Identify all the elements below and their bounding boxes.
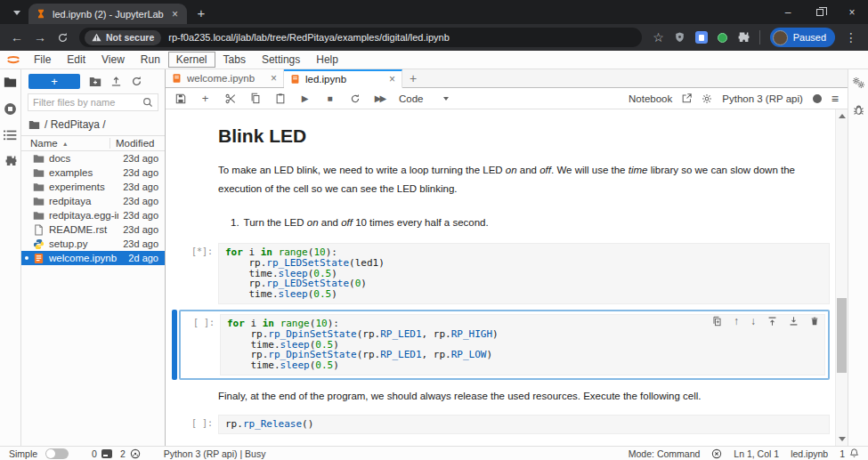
green-extension-icon[interactable]: [718, 33, 727, 43]
minimize-button[interactable]: –: [772, 0, 804, 24]
code-editor[interactable]: rp.rp_Release(): [218, 415, 830, 434]
property-inspector-icon[interactable]: [852, 77, 865, 89]
menu-run[interactable]: Run: [133, 52, 168, 68]
code-cell-running[interactable]: [*]: for i in range(10): rp.rp_LEDSetSta…: [172, 243, 830, 304]
browser-menu-kebab-icon[interactable]: ⋮: [845, 30, 857, 44]
cell-type-dropdown[interactable]: Code: [399, 93, 449, 104]
move-cell-down-icon[interactable]: ↓: [750, 315, 756, 327]
address-bar[interactable]: Not secure rp-f0a235.local/jlab/lab/tree…: [79, 28, 642, 47]
tab-led-ipynb[interactable]: led.ipynb ×: [284, 69, 402, 88]
insert-cell-above-icon[interactable]: [767, 316, 777, 327]
filter-files-input[interactable]: [33, 97, 139, 108]
kernel-busy-indicator[interactable]: [813, 94, 822, 103]
tab-welcome-ipynb[interactable]: welcome.ipynb ×: [166, 69, 284, 87]
menu-edit[interactable]: Edit: [59, 52, 93, 68]
back-icon[interactable]: ←: [11, 30, 23, 44]
file-row[interactable]: experiments 23d ago: [21, 180, 165, 194]
collapsed-output-dots[interactable]: •••: [172, 440, 830, 446]
restart-kernel-icon[interactable]: [349, 93, 361, 104]
file-row[interactable]: examples 23d ago: [21, 165, 165, 180]
extension-manager-icon[interactable]: [4, 155, 17, 167]
shield-extension-icon[interactable]: [674, 31, 685, 44]
menu-view[interactable]: View: [93, 52, 133, 68]
extensions-puzzle-icon[interactable]: [737, 31, 750, 44]
interrupt-kernel-icon[interactable]: ■: [324, 94, 336, 103]
kernels-count-group[interactable]: 2: [120, 448, 141, 459]
add-cell-icon[interactable]: +: [199, 92, 211, 105]
close-window-button[interactable]: ×: [836, 0, 868, 24]
vertical-scrollbar[interactable]: [835, 109, 848, 446]
menu-help[interactable]: Help: [308, 52, 346, 68]
profile-paused-button[interactable]: Paused: [770, 28, 835, 47]
debugger-bug-icon[interactable]: [853, 103, 864, 116]
breadcrumb[interactable]: / RedPitaya /: [21, 116, 165, 135]
kernel-status-icon[interactable]: [711, 448, 722, 459]
password-extension-icon[interactable]: [695, 31, 708, 44]
scroll-up-arrow[interactable]: [839, 114, 846, 118]
run-cell-icon[interactable]: ▶: [299, 94, 311, 103]
new-folder-icon[interactable]: [89, 77, 101, 87]
refresh-icon[interactable]: [57, 32, 69, 44]
notebook-tabbar: welcome.ipynb × led.ipynb × +: [166, 69, 848, 88]
file-browser-icon[interactable]: [4, 77, 17, 88]
kernel-name[interactable]: Python 3 (RP api): [722, 93, 803, 104]
cell-collapser[interactable]: [172, 310, 177, 380]
menu-settings[interactable]: Settings: [254, 52, 308, 68]
menu-file[interactable]: File: [26, 52, 59, 68]
modified-column-header[interactable]: Modified: [110, 138, 158, 149]
menu-tabs[interactable]: Tabs: [215, 52, 254, 68]
hamburger-menu-icon[interactable]: ≡: [831, 92, 839, 106]
external-link-icon[interactable]: [682, 93, 692, 103]
browser-tab[interactable]: led.ipynb (2) - JupyterLab ×: [28, 4, 187, 24]
upload-icon[interactable]: [110, 76, 122, 87]
running-kernels-icon[interactable]: [4, 102, 17, 116]
close-icon[interactable]: ×: [271, 72, 277, 85]
cursor-position[interactable]: Ln 1, Col 1: [734, 448, 779, 459]
markdown-cell-release[interactable]: Finaly, at the end of the program, we sh…: [172, 387, 830, 406]
file-row[interactable]: redpitaya 23d ago: [21, 194, 165, 208]
breadcrumb-path[interactable]: / RedPitaya /: [45, 118, 106, 131]
new-tab-button[interactable]: +: [191, 2, 212, 23]
name-column-header[interactable]: Name ▲: [30, 138, 110, 149]
scroll-down-arrow[interactable]: [839, 437, 846, 441]
code-cell-selected[interactable]: [ ]: for i in range(10): rp.rp_DpinSetSt…: [172, 310, 830, 380]
menu-kernel[interactable]: Kernel: [168, 52, 215, 68]
kernel-status-text[interactable]: Python 3 (RP api) | Busy: [164, 448, 266, 459]
paste-cells-icon[interactable]: [274, 93, 286, 104]
restart-run-all-icon[interactable]: ▶▶: [374, 94, 385, 103]
markdown-cell-title[interactable]: Blink LED To make an LED blink, we need …: [172, 125, 830, 232]
bookmark-star-icon[interactable]: ☆: [653, 30, 664, 44]
code-editor[interactable]: for i in range(10): rp.rp_LEDSetState(le…: [218, 243, 830, 304]
save-icon[interactable]: [174, 93, 186, 104]
delete-cell-icon[interactable]: [810, 316, 819, 327]
tab-search-button[interactable]: [7, 3, 27, 22]
close-icon[interactable]: ×: [389, 73, 395, 85]
new-launcher-button[interactable]: +: [28, 74, 80, 89]
command-mode-label[interactable]: Mode: Command: [629, 448, 701, 459]
notifications-group[interactable]: 1: [840, 448, 859, 459]
duplicate-cell-icon[interactable]: [712, 316, 722, 327]
file-row[interactable]: setup.py 23d ago: [21, 237, 165, 251]
simple-mode-toggle[interactable]: [45, 448, 69, 459]
restore-button[interactable]: [804, 0, 836, 24]
security-chip[interactable]: Not secure: [85, 30, 161, 45]
table-of-contents-icon[interactable]: [4, 130, 17, 141]
scrollbar-thumb[interactable]: [837, 298, 847, 373]
url-text[interactable]: rp-f0a235.local/jlab/lab/tree/RedPitaya/…: [168, 32, 450, 43]
code-cell-release[interactable]: [ ]: rp.rp_Release(): [172, 415, 830, 434]
file-row[interactable]: redpitaya.egg-info 23d ago: [21, 208, 165, 222]
forward-icon[interactable]: →: [34, 30, 46, 44]
file-row[interactable]: welcome.ipynb 2d ago: [21, 251, 165, 265]
file-row[interactable]: README.rst 23d ago: [21, 222, 165, 237]
add-tab-button[interactable]: +: [402, 69, 424, 87]
terminals-count-group[interactable]: 0: [92, 448, 112, 459]
file-row[interactable]: docs 23d ago: [21, 151, 165, 165]
move-cell-up-icon[interactable]: ↑: [734, 315, 739, 327]
insert-cell-below-icon[interactable]: [789, 316, 799, 327]
close-tab-icon[interactable]: ×: [170, 9, 180, 20]
cut-cells-icon[interactable]: [224, 93, 236, 104]
home-folder-icon[interactable]: [28, 120, 40, 130]
refresh-files-icon[interactable]: [131, 76, 142, 87]
accessibility-gear-icon[interactable]: [702, 93, 712, 104]
copy-cells-icon[interactable]: [249, 93, 261, 104]
